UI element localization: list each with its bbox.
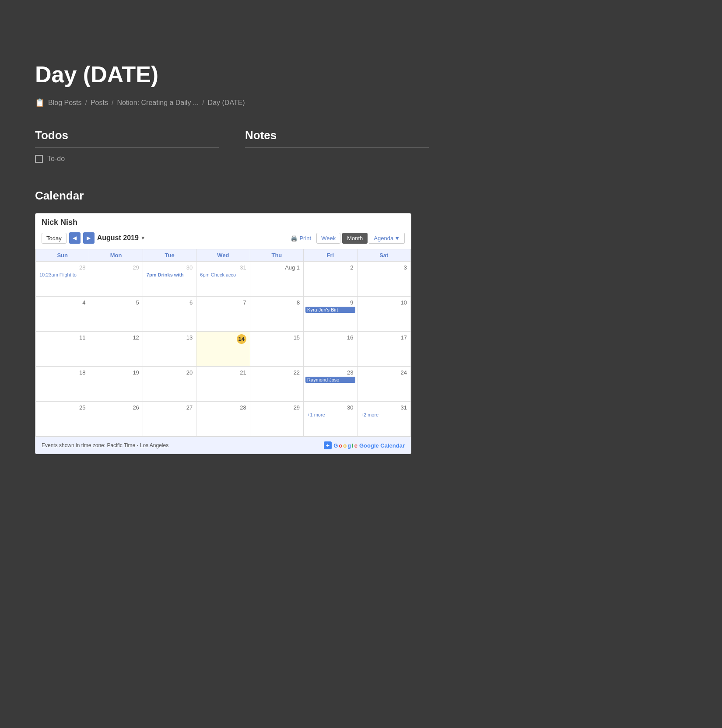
agenda-view-button[interactable]: Agenda ▼ (369, 233, 405, 244)
notes-column: Notes (245, 129, 429, 163)
day-12-aug[interactable]: 12 (89, 332, 143, 367)
day-4-aug[interactable]: 4 (36, 297, 89, 332)
day-31-jul[interactable]: 31 6pm Check acco (196, 262, 250, 297)
day-27-aug[interactable]: 27 (143, 402, 196, 437)
print-button[interactable]: 🖨️ Print (291, 235, 311, 242)
calendar-grid: Sun Mon Tue Wed Thu Fri Sat 28 10:23 (35, 249, 411, 437)
date-num: 9 (305, 298, 355, 307)
day-29-aug[interactable]: 29 (250, 402, 303, 437)
cal-nav: Today ◀ ▶ August 2019 ▼ (42, 232, 146, 244)
day-30-jul[interactable]: 30 7pm Drinks with (143, 262, 196, 297)
day-26-aug[interactable]: 26 (89, 402, 143, 437)
day-6-aug[interactable]: 6 (143, 297, 196, 332)
today-button[interactable]: Today (42, 233, 67, 244)
todos-title: Todos (35, 129, 219, 148)
day-header-fri: Fri (304, 249, 357, 262)
day-9-aug[interactable]: 9 Kyra Jun's Birt (304, 297, 357, 332)
day-11-aug[interactable]: 11 (36, 332, 89, 367)
date-num: 26 (91, 403, 140, 412)
event-check[interactable]: 6pm Check acco (198, 272, 248, 278)
breadcrumb-item-2[interactable]: Posts (91, 99, 108, 107)
day-22-aug[interactable]: 22 (250, 367, 303, 402)
next-month-button[interactable]: ▶ (83, 232, 95, 244)
todo-item: To-do (35, 155, 219, 163)
event-more-30[interactable]: +1 more (305, 412, 355, 418)
week-view-button[interactable]: Week (316, 233, 340, 244)
todo-checkbox[interactable] (35, 155, 43, 163)
event-drinks[interactable]: 7pm Drinks with (145, 272, 194, 278)
day-23-aug[interactable]: 23 Raymond Joso (304, 367, 357, 402)
day-19-aug[interactable]: 19 (89, 367, 143, 402)
breadcrumb-item-4[interactable]: Day (DATE) (208, 99, 245, 107)
day-2-aug[interactable]: 2 (304, 262, 357, 297)
date-num: 2 (305, 263, 355, 272)
day-25-aug[interactable]: 25 (36, 402, 89, 437)
day-28-aug[interactable]: 28 (196, 402, 250, 437)
month-text: August 2019 (97, 234, 139, 242)
date-num: 31 (198, 263, 248, 272)
agenda-label: Agenda (374, 235, 393, 242)
day-7-aug[interactable]: 7 (196, 297, 250, 332)
calendar-section: Calendar Nick Nish Today ◀ ▶ August 2019… (35, 189, 722, 454)
breadcrumb-item-3[interactable]: Notion: Creating a Daily ... (117, 99, 199, 107)
event-kyra[interactable]: Kyra Jun's Birt (305, 307, 355, 313)
date-num: 29 (252, 403, 301, 412)
event-flight[interactable]: 10:23am Flight to (38, 272, 87, 278)
month-dropdown-icon[interactable]: ▼ (140, 235, 146, 241)
print-label: Print (299, 235, 311, 242)
calendar-week-2: 4 5 6 7 8 (36, 297, 411, 332)
calendar-week-4: 18 19 20 21 22 (36, 367, 411, 402)
day-24-aug[interactable]: 24 (357, 367, 410, 402)
breadcrumb-sep-2: / (112, 99, 113, 107)
date-num: 27 (145, 403, 194, 412)
day-5-aug[interactable]: 5 (89, 297, 143, 332)
day-15-aug[interactable]: 15 (250, 332, 303, 367)
date-num: 11 (38, 333, 87, 342)
cal-owner-name: Nick Nish (42, 218, 405, 227)
day-13-aug[interactable]: 13 (143, 332, 196, 367)
day-14-aug[interactable]: 14 (196, 332, 250, 367)
day-header-tue: Tue (143, 249, 196, 262)
date-num: 16 (305, 333, 355, 342)
today-highlight: 14 (237, 334, 246, 344)
date-num: 28 (198, 403, 248, 412)
date-num: 18 (38, 368, 87, 377)
event-raymond[interactable]: Raymond Joso (305, 377, 355, 383)
month-label: August 2019 ▼ (97, 234, 146, 242)
day-16-aug[interactable]: 16 (304, 332, 357, 367)
day-30-aug[interactable]: 30 +1 more (304, 402, 357, 437)
day-header-mon: Mon (89, 249, 143, 262)
date-num: 12 (91, 333, 140, 342)
day-29-jul[interactable]: 29 (89, 262, 143, 297)
todo-label: To-do (47, 155, 65, 163)
date-num: 25 (38, 403, 87, 412)
day-20-aug[interactable]: 20 (143, 367, 196, 402)
agenda-dropdown-icon: ▼ (394, 235, 400, 242)
day-1-aug[interactable]: Aug 1 (250, 262, 303, 297)
date-num: 4 (38, 298, 87, 307)
breadcrumb-sep-3: / (202, 99, 204, 107)
month-view-button[interactable]: Month (342, 233, 368, 244)
day-28-jul[interactable]: 28 10:23am Flight to (36, 262, 89, 297)
plus-icon: + (324, 441, 332, 449)
day-10-aug[interactable]: 10 (357, 297, 410, 332)
day-31-aug[interactable]: 31 +2 more (357, 402, 410, 437)
event-more-31[interactable]: +2 more (359, 412, 409, 418)
day-8-aug[interactable]: 8 (250, 297, 303, 332)
prev-month-button[interactable]: ◀ (69, 232, 81, 244)
date-num: 29 (91, 263, 140, 272)
breadcrumb: 📋 Blog Posts / Posts / Notion: Creating … (35, 98, 722, 108)
google-calendar-button[interactable]: + Google Google Calendar (324, 441, 405, 449)
day-3-aug[interactable]: 3 (357, 262, 410, 297)
day-21-aug[interactable]: 21 (196, 367, 250, 402)
calendar-week-1: 28 10:23am Flight to 29 30 7pm Drinks wi… (36, 262, 411, 297)
breadcrumb-icon: 📋 (35, 98, 45, 108)
date-num: 17 (359, 333, 409, 342)
day-18-aug[interactable]: 18 (36, 367, 89, 402)
date-num: 15 (252, 333, 301, 342)
timezone-label: Events shown in time zone: Pacific Time … (42, 442, 168, 448)
day-17-aug[interactable]: 17 (357, 332, 410, 367)
breadcrumb-item-1[interactable]: Blog Posts (48, 99, 81, 107)
date-num: 30 (305, 403, 355, 412)
date-num: 19 (91, 368, 140, 377)
